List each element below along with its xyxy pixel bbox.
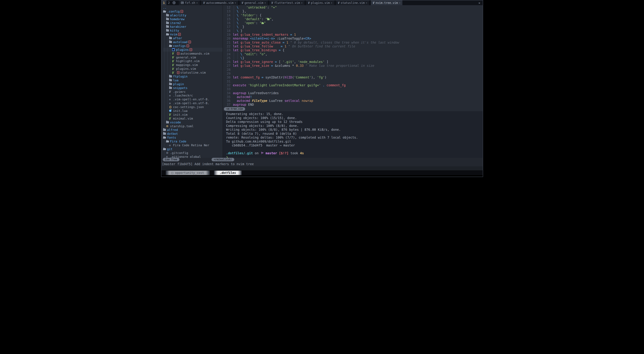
tab-nvim-tree.vim[interactable]: Vnvim-tree.vim× — [371, 0, 402, 5]
tree-item-dotbot[interactable]: dotbot — [163, 132, 222, 136]
code-line-17[interactable]: 17│ \ } — [223, 25, 483, 29]
code-line-26[interactable]: 26let g:lua_tree_ignore = [ '.git', 'nod… — [223, 60, 483, 64]
code-line-25[interactable]: 25│ │ \} — [223, 56, 483, 60]
code-line-21[interactable]: 21let g:lua_tree_auto_close = 1 " 0 by d… — [223, 40, 483, 44]
tree-item-kitty[interactable]: kitty — [163, 28, 222, 32]
window-padding — [162, 166, 483, 170]
tab-number-2[interactable]: 2 — [166, 0, 172, 5]
back-arrow-icon[interactable]: ← — [172, 1, 176, 4]
code-line-24[interactable]: 24│ │ \ "edit": "o", — [223, 52, 483, 56]
tree-item-nvim[interactable]: nvim+ — [163, 32, 222, 36]
code-line-22[interactable]: 22let g:lua_tree_follow = 1 " On bufEnte… — [223, 44, 483, 48]
code-line-15[interactable]: 15│ \ 'default': "", — [223, 17, 483, 21]
tree-item-mappings.vim[interactable]: Vmappings.vim — [163, 63, 222, 67]
tmux-tab-edge — [206, 171, 210, 175]
tree-item-.config[interactable]: .config+ — [163, 9, 222, 13]
tree-item-plugins[interactable]: plugins+ — [163, 48, 222, 52]
tree-item-plugins.vim[interactable]: Vplugins.vim — [163, 67, 222, 71]
code-line-34[interactable]: 34augroup LuaTreeOverrides — [223, 91, 483, 95]
tree-item-.gitconfig[interactable]: ⚙.gitconfig — [163, 151, 222, 155]
tree-item-Fira Code[interactable]: Fira Code — [163, 139, 222, 143]
code-line-28[interactable]: 28 — [223, 68, 483, 72]
tree-item-init.vim[interactable]: Vinit.vim — [163, 113, 222, 117]
tree-item-.gvimrc[interactable]: V.gvimrc — [163, 90, 222, 94]
tree-item-starship.toml[interactable]: ⚙starship.toml — [163, 124, 222, 128]
code-line-16[interactable]: 16│ \ 'open': "" — [223, 21, 483, 25]
tab-plugins.vim[interactable]: Vplugins.vim× — [306, 0, 334, 5]
tree-item-minimal.vim[interactable]: Vminimal.vim — [163, 117, 222, 120]
tree-item-.vim-spell-en.utf-8.[interactable]: ≡.vim-spell-en.utf-8. — [163, 101, 222, 105]
tree-item-vscode[interactable]: vscode — [163, 120, 222, 124]
tree-item-alacritty[interactable]: alacritty — [163, 13, 222, 17]
tree-item-.vim-spell-en.utf-8.[interactable]: ≡.vim-spell-en.utf-8. — [163, 97, 222, 101]
tree-item-highlight.vim[interactable]: Vhighlight.vim — [163, 59, 222, 63]
tree-item-autoload[interactable]: autoload+ — [163, 40, 222, 44]
tree-item-init.lua[interactable]: init.lua — [163, 109, 222, 113]
tmux-tab-edge — [166, 171, 169, 175]
tab-close-icon[interactable]: × — [196, 1, 198, 4]
tab-statusline.vim[interactable]: Vstatusline.vim× — [336, 0, 369, 5]
tree-item-configs[interactable]: configs+ — [163, 44, 222, 48]
code-line-18[interactable]: 18│ \ } — [223, 29, 483, 33]
tree-item-autocommands.vim[interactable]: V+autocommands.vim — [163, 52, 222, 55]
code-text: let g:lua_tree_ignore = [ '.git', 'node_… — [233, 60, 328, 64]
tab-close-icon[interactable]: × — [301, 1, 302, 4]
tree-item-Fira Code Retina Ner[interactable]: ≡Fira Code Retina Ner — [163, 143, 222, 147]
tab-general.vim[interactable]: Vgeneral.vim× — [240, 0, 268, 5]
code-line-37[interactable]: 37augroup END — [223, 103, 483, 106]
code-line-36[interactable]: 36 autocmd FileType LuaTree setlocal now… — [223, 99, 483, 103]
folder-open-glyph-icon — [261, 22, 264, 24]
tree-item-..[interactable]: .. — [163, 6, 222, 9]
tree-item-statusline.vim[interactable]: V+statusline.vim — [163, 71, 222, 74]
tree-item-.gitignore_global[interactable]: ≡.gitignore_global — [163, 155, 222, 158]
tree-item-general.vim[interactable]: Vgeneral.vim — [163, 55, 222, 59]
tab-close-icon[interactable]: × — [366, 1, 367, 4]
code-line-23[interactable]: 23let g:lua_tree_bindings = { — [223, 48, 483, 52]
tree-item-karabiner[interactable]: karabiner — [163, 25, 222, 28]
tree-item-after[interactable]: after — [163, 36, 222, 40]
tree-item-lua[interactable]: lua — [163, 78, 222, 82]
terminal-output-line: Delta compression using up to 12 threads — [224, 120, 483, 124]
tree-item-git[interactable]: git — [163, 147, 222, 151]
code-line-31[interactable]: 31 — [223, 79, 483, 83]
tree-item-.luacheckrc[interactable]: ≡.luacheckrc — [163, 93, 222, 97]
prompt-input-line[interactable]: ❯ — [224, 155, 483, 158]
editor-winbar: <m-tree.vim — [223, 107, 483, 111]
tree-item-fonts[interactable]: fonts — [163, 136, 222, 139]
code-text: │ │ \ "edit": "o", — [233, 52, 267, 56]
tree-item-iterm2[interactable]: iterm2 — [163, 21, 222, 25]
tree-item-homebrew[interactable]: homebrew — [163, 17, 222, 21]
terminal-pane[interactable]: Enumerating objects: 15, done. Counting … — [223, 111, 483, 158]
code-line-33[interactable]: 33 — [223, 87, 483, 91]
code-line-32[interactable]: 32execute 'highlight LuaTreeIndentMarker… — [223, 83, 483, 87]
tab-close-icon[interactable]: × — [331, 1, 332, 4]
tree-item-alfred[interactable]: alfred — [163, 128, 222, 132]
vim-icon: V — [172, 59, 176, 63]
close-icon[interactable]: ✕ — [478, 1, 480, 5]
tree-item-snippets[interactable]: snippets — [163, 86, 222, 90]
tab-close-icon[interactable]: × — [234, 1, 236, 4]
code-line-35[interactable]: 35 autocmd! — [223, 95, 483, 99]
code-line-29[interactable]: 29 — [223, 72, 483, 75]
code-editor[interactable]: 12│ \ 'untracked': "✶"13│ \ },14│ \ 'fol… — [223, 5, 483, 107]
tab-fzf.sh[interactable]: >_fzf.sh× — [179, 0, 200, 5]
tmux-window-.dotfiles[interactable]: .dotfiles — [214, 171, 242, 175]
vim-icon: V — [172, 63, 176, 67]
code-line-30[interactable]: 30let comment_fg = synIDattr(hlID('Comme… — [223, 75, 483, 79]
folder-open-icon — [163, 136, 167, 139]
code-line-27[interactable]: 27let g:lua_tree_size = &columns * 0.33 … — [223, 64, 483, 68]
tab-autocommands.vim[interactable]: Vautocommands.vim× — [201, 0, 238, 5]
code-line-20[interactable]: 20nnoremap <silent><c-n> :LuaTreeToggle<… — [223, 36, 483, 40]
tmux-window--opportunity-cost[interactable]: □ opportunity_cost — [166, 171, 210, 175]
tab-close-icon[interactable]: × — [399, 1, 400, 4]
tree-item-plugin[interactable]: plugin — [163, 82, 222, 86]
code-line-12[interactable]: 12│ \ 'untracked': "✶" — [223, 5, 483, 9]
tree-item-coc-settings.json[interactable]: {}coc-settings.json — [163, 105, 222, 109]
tab-close-icon[interactable]: × — [264, 1, 266, 4]
tab-number-1[interactable]: 1 — [162, 0, 166, 5]
tab-fluttertest.vim[interactable]: Vfluttertest.vim× — [269, 0, 304, 5]
tree-item-ftplugin[interactable]: ftplugin — [163, 74, 222, 78]
code-line-19[interactable]: 19let g:lua_tree_indent_markers = 1 — [223, 33, 483, 36]
code-line-14[interactable]: 14│ \ 'folder': { — [223, 13, 483, 17]
code-line-13[interactable]: 13│ \ }, — [223, 9, 483, 13]
